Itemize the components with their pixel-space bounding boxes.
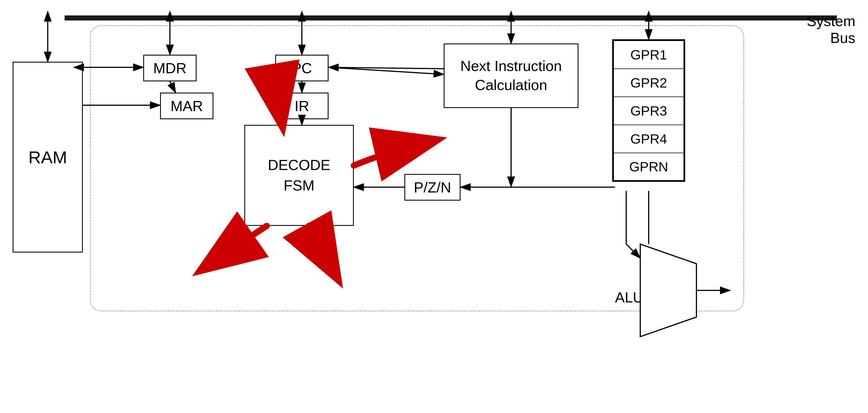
ir-box: IR — [275, 93, 329, 119]
gpr1: GPR1 — [613, 40, 684, 68]
pc-box: PC — [275, 55, 329, 81]
gprn: GPRN — [613, 152, 684, 181]
nic-label: Next InstructionCalculation — [460, 57, 562, 95]
mdr-label: MDR — [153, 60, 186, 77]
decode-fsm-box: DECODEFSM — [244, 125, 354, 226]
gpr-group: GPR1 GPR2 GPR3 GPR4 GPRN — [612, 39, 685, 182]
gpr3: GPR3 — [613, 97, 684, 125]
pzn-label: P/Z/N — [414, 179, 451, 196]
alu-label: ALU — [615, 289, 643, 306]
gpr4: GPR4 — [613, 125, 684, 152]
ir-label: IR — [294, 98, 309, 114]
diagram-container: SystemBus RAM MDR MAR PC IR Next Instruc… — [0, 0, 868, 413]
nic-box: Next InstructionCalculation — [444, 43, 579, 108]
decode-fsm-label: DECODEFSM — [268, 155, 330, 196]
gpr2: GPR2 — [613, 68, 684, 97]
pc-label: PC — [292, 60, 312, 77]
mar-box: MAR — [160, 93, 213, 119]
ram-label: RAM — [28, 147, 67, 167]
mdr-box: MDR — [143, 55, 196, 81]
ram-block: RAM — [13, 62, 83, 252]
system-bus-label: SystemBus — [807, 13, 855, 46]
pzn-box: P/Z/N — [404, 174, 461, 201]
system-bus — [65, 15, 837, 21]
mar-label: MAR — [170, 98, 203, 114]
